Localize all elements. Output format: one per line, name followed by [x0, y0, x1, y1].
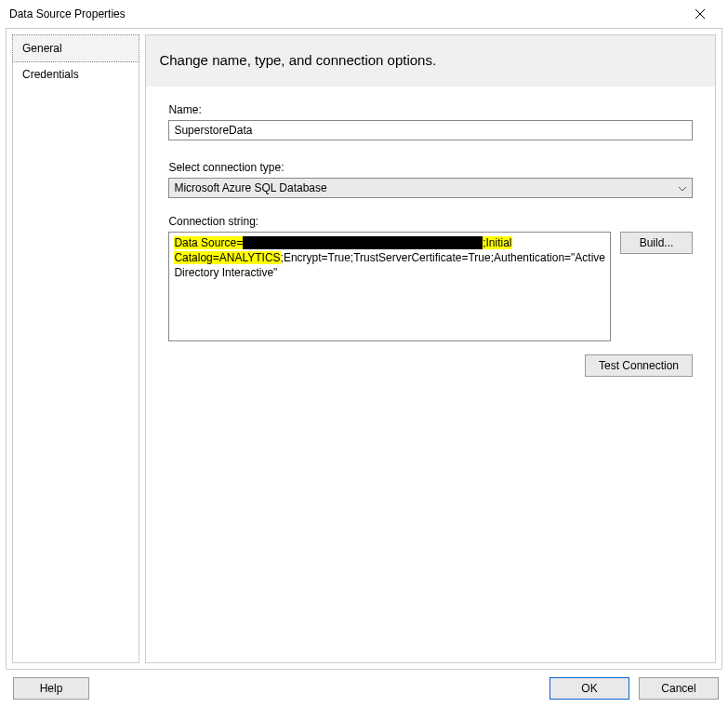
dialog-body: General Credentials Change name, type, a…	[6, 28, 722, 670]
dropdown-value: Microsoft Azure SQL Database	[174, 181, 326, 194]
chevron-down-icon	[678, 181, 687, 194]
connection-string-input[interactable]: Data Source=;Initial Catalog=ANALYTICS;E…	[168, 232, 611, 341]
dialog-footer: Help OK Cancel	[0, 670, 728, 707]
tab-label: Credentials	[22, 68, 79, 81]
tab-general[interactable]: General	[12, 34, 139, 62]
name-label: Name:	[168, 103, 702, 116]
close-icon[interactable]	[682, 0, 719, 28]
ok-button[interactable]: OK	[549, 677, 629, 700]
panel-heading: Change name, type, and connection option…	[146, 35, 715, 87]
sidebar: General Credentials	[12, 34, 139, 663]
cancel-button[interactable]: Cancel	[639, 677, 719, 700]
tab-label: General	[22, 42, 62, 55]
main-panel: Change name, type, and connection option…	[145, 34, 716, 663]
name-input[interactable]	[168, 120, 693, 140]
connection-type-label: Select connection type:	[168, 161, 702, 174]
tab-credentials[interactable]: Credentials	[13, 61, 139, 88]
highlighted-text: Data Source=	[174, 236, 243, 249]
redacted-text	[243, 236, 483, 249]
panel-body: Name: Select connection type: Microsoft …	[146, 87, 715, 662]
window-title: Data Source Properties	[9, 7, 126, 20]
connection-type-dropdown[interactable]: Microsoft Azure SQL Database	[168, 178, 693, 198]
titlebar: Data Source Properties	[0, 0, 728, 28]
connection-string-label: Connection string:	[168, 215, 702, 228]
test-connection-button[interactable]: Test Connection	[585, 354, 693, 377]
help-button[interactable]: Help	[13, 677, 89, 700]
build-button[interactable]: Build...	[620, 232, 693, 254]
